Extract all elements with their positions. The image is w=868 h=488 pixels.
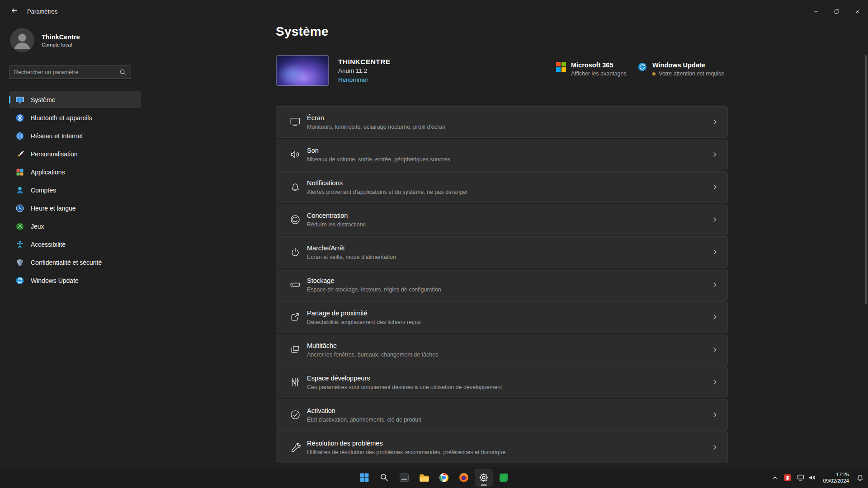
search-icon (380, 473, 389, 482)
sidebar-item-label: Jeux (31, 223, 44, 230)
chevron-right-icon (712, 379, 718, 386)
focus-crescent-icon (289, 214, 301, 226)
sidebar-item-windows-update[interactable]: Windows Update (9, 272, 141, 289)
setting-title: Résolution des problèmes (307, 440, 505, 447)
settings-button[interactable] (475, 469, 493, 487)
speaker-icon (289, 149, 301, 161)
shield-icon (15, 258, 24, 267)
red-app-badge-icon (783, 474, 792, 482)
window-controls (806, 0, 868, 23)
user-account-button[interactable]: ThinkCentre Compte local (9, 27, 141, 53)
device-header: THINKCENTRE Arium 11.2 Renommer Microsof… (276, 55, 728, 86)
setting-title: Marche/Arrêt (307, 244, 396, 252)
sidebar-item-jeux[interactable]: Jeux (9, 218, 141, 235)
device-name: THINKCENTRE (338, 58, 390, 66)
sidebar-nav: Système Bluetooth et appareils Réseau et… (9, 91, 141, 289)
settings-row-concentration[interactable]: ConcentrationRéduire les distractions (276, 204, 728, 235)
chevron-right-icon (712, 444, 718, 451)
search-icon (119, 69, 126, 75)
settings-row-stockage[interactable]: StockageEspace de stockage, lecteurs, rè… (276, 269, 728, 300)
settings-window: Paramètres ThinkCentre Compte local (0, 0, 868, 488)
back-button[interactable] (5, 3, 23, 19)
back-arrow-icon (10, 7, 17, 16)
green-app-icon (498, 472, 509, 483)
check-circle-icon (289, 409, 301, 421)
settings-row-dev[interactable]: Espace développeursCes paramètres sont u… (276, 366, 728, 398)
settings-search-input[interactable] (14, 69, 114, 75)
sidebar-item-bluetooth[interactable]: Bluetooth et appareils (9, 109, 141, 126)
rename-link[interactable]: Renommer (338, 76, 368, 83)
minimize-icon (813, 9, 819, 14)
sidebar-item-personnalisation[interactable]: Personnalisation (9, 145, 141, 162)
setting-title: Partage de proximité (307, 310, 421, 317)
setting-subtitle: Détectabilité, emplacement des fichiers … (307, 319, 421, 325)
close-button[interactable] (847, 0, 868, 23)
file-explorer-button[interactable] (415, 469, 433, 487)
chrome-icon (439, 472, 449, 483)
avatar (10, 28, 34, 52)
settings-row-notifications[interactable]: NotificationsAlertes provenant d'applica… (276, 171, 728, 203)
settings-row-activation[interactable]: ActivationÉtat d'activation, abonnements… (276, 399, 728, 431)
settings-row-marche-arret[interactable]: Marche/ArrêtÉcran et veille, mode d'alim… (276, 236, 728, 268)
sidebar-item-systeme[interactable]: Système (9, 91, 141, 108)
ms365-subtitle: Afficher les avantages (571, 70, 627, 77)
dark-app-button[interactable] (395, 469, 413, 487)
settings-row-ecran[interactable]: ÉcranMoniteurs, luminosité, éclairage no… (276, 106, 728, 138)
tray-red-app-button[interactable] (781, 469, 794, 487)
chevron-right-icon (712, 412, 718, 418)
restore-button[interactable] (826, 0, 847, 23)
notification-bell-button[interactable] (854, 469, 866, 487)
microsoft-365-card[interactable]: Microsoft 365 Afficher les avantages (556, 61, 627, 77)
notification-bell-icon (856, 474, 864, 482)
settings-row-partage[interactable]: Partage de proximitéDétectabilité, empla… (276, 301, 728, 333)
sidebar-item-label: Comptes (31, 187, 56, 194)
taskbar-clock[interactable]: 17:25 09/02/2024 (819, 469, 853, 487)
sidebar-item-applications[interactable]: Applications (9, 164, 141, 180)
chevron-right-icon (712, 314, 718, 321)
sidebar-item-label: Accessibilité (31, 241, 66, 248)
sidebar-item-label: Système (31, 96, 55, 103)
tray-system-icons-button[interactable] (794, 469, 818, 487)
page-scrollbar-thumb[interactable] (865, 55, 867, 304)
clock-icon (15, 203, 24, 213)
sidebar-item-comptes[interactable]: Comptes (9, 182, 141, 198)
sidebar-item-heure-langue[interactable]: Heure et langue (9, 200, 141, 216)
paintbrush-icon (15, 149, 24, 159)
sidebar-item-confidentialite[interactable]: Confidentialité et sécurité (9, 254, 141, 271)
sidebar-item-accessibilite[interactable]: Accessibilité (9, 236, 141, 253)
firefox-button[interactable] (455, 469, 473, 487)
chrome-button[interactable] (435, 469, 453, 487)
folder-icon (419, 472, 430, 483)
chevron-right-icon (712, 249, 718, 256)
setting-subtitle: Ancrer les fenêtres, bureaux, changement… (307, 352, 438, 358)
windows-update-icon (15, 276, 24, 285)
tray-expand-button[interactable] (769, 469, 781, 487)
settings-row-resolution[interactable]: Résolution des problèmesUtilitaires de r… (276, 432, 728, 463)
window-title: Paramètres (27, 8, 57, 15)
settings-row-son[interactable]: SonNiveaux de volume, sortie, entrée, pé… (276, 139, 728, 170)
chevron-up-icon (771, 474, 778, 481)
taskbar-search-button[interactable] (375, 469, 393, 487)
system-tray: 17:25 09/02/2024 (769, 469, 866, 487)
settings-list: ÉcranMoniteurs, luminosité, éclairage no… (276, 106, 728, 464)
sidebar-item-reseau[interactable]: Réseau et Internet (9, 127, 141, 144)
minimize-button[interactable] (806, 0, 826, 23)
update-status: Votre attention est requise (652, 70, 724, 77)
green-app-button[interactable] (495, 469, 513, 487)
windows-update-card[interactable]: Windows Update Votre attention est requi… (637, 61, 724, 77)
settings-row-multitache[interactable]: MultitâcheAncrer les fenêtres, bureaux, … (276, 334, 728, 366)
start-button[interactable] (355, 469, 373, 487)
chevron-right-icon (712, 347, 718, 353)
main-content: Système THINKCENTRE Arium 11.2 Renommer … (276, 23, 728, 467)
dev-sliders-icon (289, 376, 301, 389)
apps-grid-icon (15, 167, 24, 177)
sidebar-item-label: Personnalisation (31, 150, 78, 158)
chevron-right-icon (712, 119, 718, 126)
device-thumbnail (276, 55, 329, 86)
network-status-icon (797, 474, 805, 482)
wrench-icon (289, 441, 301, 454)
person-icon (15, 185, 24, 195)
update-title: Windows Update (652, 61, 724, 69)
setting-subtitle: Espace de stockage, lecteurs, règles de … (307, 286, 441, 293)
setting-subtitle: Utilitaires de résolution des problèmes … (307, 449, 505, 455)
